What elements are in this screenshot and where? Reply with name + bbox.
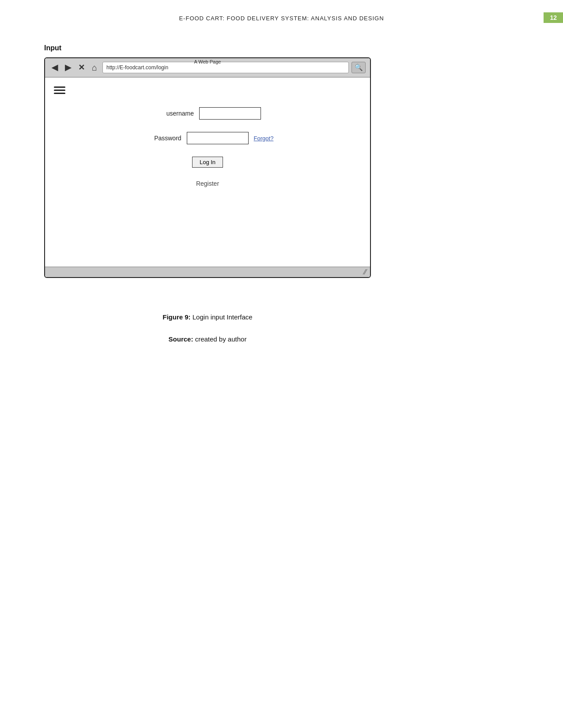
browser-mockup: A Web Page ◀ ▶ ✕ ⌂ http://E-foodcart.com…: [44, 57, 371, 278]
hamburger-line-2: [54, 90, 65, 91]
section-label: Input: [44, 44, 61, 52]
browser-title: A Web Page: [45, 59, 370, 64]
document-header: E-FOOD CART: FOOD DELIVERY SYSTEM: ANALY…: [44, 15, 519, 22]
search-icon: 🔍: [355, 64, 363, 71]
register-row: Register: [196, 180, 219, 187]
forgot-password-link[interactable]: Forgot?: [254, 135, 274, 142]
figure-caption: Figure 9: Login input Interface: [44, 313, 371, 321]
login-form: username Password Forgot? Log In Registe…: [54, 107, 361, 187]
browser-statusbar: ∕∕: [45, 267, 370, 277]
hamburger-line-1: [54, 86, 65, 88]
browser-content: username Password Forgot? Log In Registe…: [45, 78, 370, 267]
browser-toolbar: A Web Page ◀ ▶ ✕ ⌂ http://E-foodcart.com…: [45, 58, 370, 78]
password-label: Password: [142, 135, 181, 142]
hamburger-menu-button[interactable]: [54, 86, 65, 94]
login-button[interactable]: Log In: [192, 157, 223, 168]
address-text: http://E-foodcart.com/login: [106, 64, 168, 71]
source-label: Source:: [169, 335, 193, 343]
login-button-row: Log In: [192, 157, 223, 168]
source-body: created by author: [195, 335, 247, 343]
source-line: Source: created by author: [44, 335, 371, 343]
resize-handle: ∕∕: [364, 268, 367, 276]
hamburger-line-3: [54, 93, 65, 94]
figure-caption-body: Login input Interface: [193, 313, 253, 321]
figure-label: Figure 9:: [162, 313, 190, 321]
register-link[interactable]: Register: [196, 180, 219, 187]
page-number-badge: 12: [544, 12, 563, 23]
password-row: Password Forgot?: [142, 132, 274, 144]
username-input[interactable]: [199, 107, 261, 120]
username-row: username: [154, 107, 261, 120]
password-input[interactable]: [187, 132, 249, 144]
username-label: username: [154, 110, 194, 117]
